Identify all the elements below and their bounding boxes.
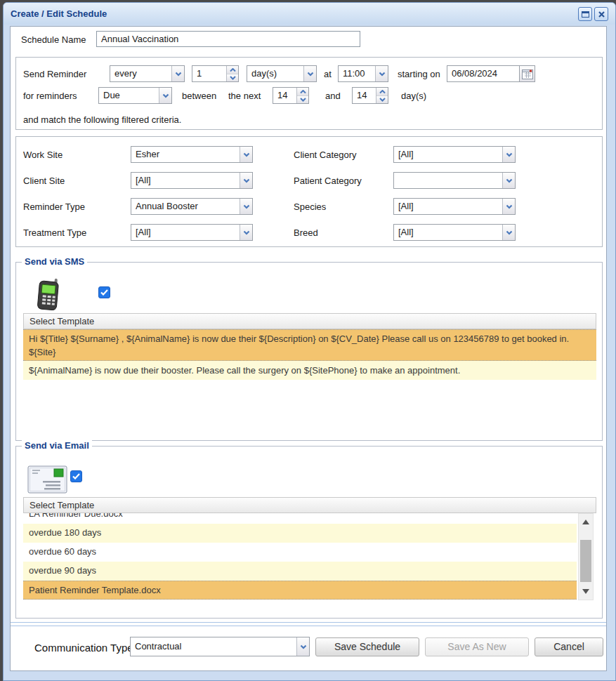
dropdown-trigger[interactable] [240,173,252,188]
schedule-name-label: Schedule Name [21,34,86,45]
dropdown-trigger[interactable] [303,66,316,81]
calendar-icon [522,69,533,79]
maximize-button[interactable] [578,7,592,21]
status-dropdown[interactable]: Due [98,87,172,104]
scroll-down-icon[interactable] [582,589,589,594]
dropdown-trigger[interactable] [502,199,515,214]
work-site-dropdown[interactable]: Esher [131,146,253,163]
dropdown-trigger[interactable] [502,173,515,188]
send-reminder-label: Send Reminder [23,69,86,79]
dropdown-trigger[interactable] [296,637,309,656]
reminder-settings-box: Send Reminder every 1 day(s) [15,57,603,130]
chevron-down-icon [243,204,250,209]
patient-category-dropdown[interactable] [393,172,516,189]
stepper-up-button[interactable] [297,88,308,95]
dialog-window: Create / Edit Schedule Schedule Name Ann… [3,2,616,681]
footer-separator [11,622,606,626]
frequency-dropdown[interactable]: every [110,65,185,82]
save-schedule-button[interactable]: Save Schedule [315,637,419,656]
chevron-down-icon [506,230,513,235]
cancel-button[interactable]: Cancel [535,637,603,656]
unit-dropdown[interactable]: day(s) [247,65,317,82]
and-label: and [325,91,341,101]
dialog-title: Create / Edit Schedule [11,8,107,19]
chevron-up-icon [300,90,306,94]
envelope-icon [27,465,68,494]
treatment-type-dropdown[interactable]: [All] [131,224,253,241]
species-dropdown[interactable]: [All] [393,198,516,215]
chevron-down-icon [243,152,250,157]
email-list-scrollbar[interactable] [578,513,594,600]
close-icon [598,11,605,18]
treatment-type-label: Treatment Type [23,227,86,238]
maximize-icon [582,11,589,18]
title-bar: Create / Edit Schedule [4,3,615,25]
days-label: day(s) [401,91,426,101]
chevron-down-icon [243,178,250,183]
dropdown-trigger[interactable] [159,88,171,103]
species-label: Species [294,201,326,212]
sms-template-row[interactable]: ${AnimalName} is now due their booster. … [23,361,596,380]
stepper-down-button[interactable] [297,95,308,103]
dropdown-trigger[interactable] [502,147,515,162]
chevron-down-icon [379,72,386,77]
client-site-label: Client Site [23,176,65,186]
filter-criteria-box: Work Site Esher Client Site [All] Remind… [15,136,603,247]
scrollbar-thumb[interactable] [580,540,591,582]
chevron-down-icon [506,152,513,157]
check-icon [72,473,80,480]
email-template-row[interactable]: Patient Reminder Template.docx [23,581,577,600]
chevron-down-icon [230,76,236,80]
email-template-row[interactable]: overdue 90 days [23,562,577,581]
schedule-name-input[interactable]: Annual Vaccination [96,31,360,47]
chevron-down-icon [175,72,182,77]
breed-dropdown[interactable]: [All] [393,224,516,241]
stepper-down-button[interactable] [376,95,388,103]
starting-on-label: starting on [398,69,440,79]
stepper-up-button[interactable] [227,66,238,74]
sms-section: Send via SMS Select Template Hi ${Title}… [15,262,603,441]
email-template-row[interactable]: overdue 180 days [23,524,577,543]
the-next-label: the next [228,91,261,101]
chevron-down-icon [307,72,314,77]
chevron-down-icon [300,644,307,649]
email-enabled-checkbox[interactable] [70,470,82,482]
client-site-dropdown[interactable]: [All] [131,172,253,189]
patient-category-label: Patient Category [294,176,362,186]
communication-type-dropdown[interactable]: Contractual [130,637,310,656]
reminder-type-label: Reminder Type [23,201,85,212]
email-template-row[interactable]: overdue 60 days [23,543,577,562]
email-template-row[interactable]: LA Reminder Due.docx [23,513,577,524]
scroll-up-icon[interactable] [582,520,589,524]
dropdown-trigger[interactable] [171,66,184,81]
window-to-stepper[interactable]: 14 [352,87,388,104]
sms-template-header: Select Template [23,313,596,329]
dropdown-trigger[interactable] [375,66,388,81]
stepper-down-button[interactable] [227,74,238,81]
between-label: between [182,91,216,101]
start-date-field[interactable]: 06/08/2024 [447,65,520,82]
stepper-up-button[interactable] [376,88,388,95]
dropdown-trigger[interactable] [240,225,252,240]
email-legend: Send via Email [22,440,92,451]
client-category-dropdown[interactable]: [All] [393,146,516,163]
criteria-note: and match the following filtered criteri… [23,114,181,125]
sms-enabled-checkbox[interactable] [98,286,110,298]
window-from-stepper[interactable]: 14 [273,87,309,104]
chevron-down-icon [506,178,513,183]
chevron-down-icon [506,204,513,209]
dropdown-trigger[interactable] [240,199,252,214]
chevron-up-icon [230,68,236,72]
sms-template-row[interactable]: Hi ${Title} ${Surname} , ${AnimalName} i… [23,329,596,361]
close-button[interactable] [594,7,608,21]
at-label: at [324,69,332,79]
email-template-header: Select Template [23,497,596,513]
dropdown-trigger[interactable] [502,225,515,240]
time-dropdown[interactable]: 11:00 [338,65,388,82]
mobile-phone-icon [33,275,64,312]
reminder-type-dropdown[interactable]: Annual Booster [131,198,253,215]
interval-stepper[interactable]: 1 [192,65,239,82]
calendar-button[interactable] [520,65,535,82]
chevron-down-icon [300,98,306,102]
dropdown-trigger[interactable] [240,147,252,162]
